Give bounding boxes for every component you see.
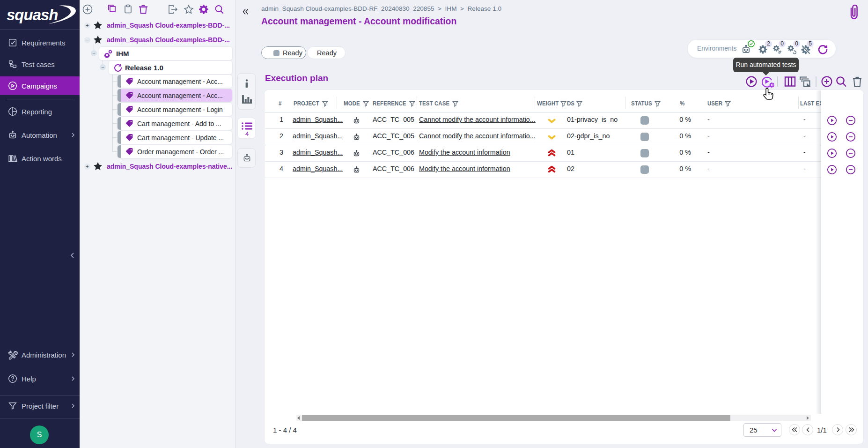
- svg-text:squash: squash: [7, 6, 58, 23]
